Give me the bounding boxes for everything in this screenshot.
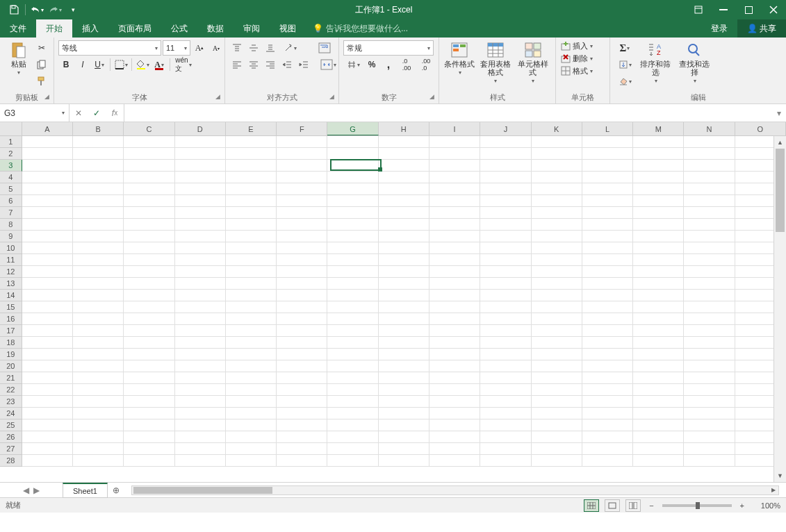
cell[interactable] bbox=[327, 290, 378, 301]
cell[interactable] bbox=[582, 254, 633, 266]
cell[interactable] bbox=[379, 372, 429, 384]
cell[interactable] bbox=[175, 396, 226, 408]
cell[interactable] bbox=[582, 431, 633, 443]
cell[interactable] bbox=[532, 172, 582, 183]
cell[interactable] bbox=[633, 337, 684, 349]
align-top-icon[interactable] bbox=[229, 40, 245, 56]
cell[interactable] bbox=[22, 242, 73, 254]
cell[interactable] bbox=[22, 419, 73, 431]
redo-icon[interactable]: ▾ bbox=[47, 1, 63, 18]
cell[interactable] bbox=[124, 313, 174, 325]
cell[interactable] bbox=[532, 136, 582, 148]
cell[interactable] bbox=[480, 172, 531, 183]
cell[interactable] bbox=[226, 136, 277, 148]
font-size-combo[interactable]: 11▾ bbox=[163, 40, 190, 56]
cell[interactable] bbox=[582, 443, 633, 455]
cell[interactable] bbox=[124, 372, 174, 384]
cell[interactable] bbox=[73, 325, 124, 337]
cell[interactable] bbox=[124, 349, 174, 360]
cell[interactable] bbox=[582, 313, 633, 325]
cell[interactable] bbox=[175, 349, 226, 360]
column-header[interactable]: G bbox=[327, 122, 378, 135]
column-header[interactable]: L bbox=[582, 122, 633, 135]
cell[interactable] bbox=[327, 384, 378, 396]
cell[interactable] bbox=[684, 183, 735, 195]
cell[interactable] bbox=[22, 231, 73, 242]
cell[interactable] bbox=[124, 455, 174, 467]
row-header[interactable]: 24 bbox=[0, 408, 22, 419]
cell[interactable] bbox=[327, 266, 378, 278]
cell[interactable] bbox=[379, 360, 429, 372]
format-painter-icon[interactable] bbox=[34, 74, 49, 89]
cell[interactable] bbox=[684, 431, 735, 443]
cell[interactable] bbox=[175, 183, 226, 195]
cell[interactable] bbox=[684, 254, 735, 266]
cell[interactable] bbox=[684, 231, 735, 242]
cell[interactable] bbox=[22, 301, 73, 313]
cell[interactable] bbox=[633, 183, 684, 195]
cell[interactable] bbox=[22, 254, 73, 266]
cell[interactable] bbox=[480, 360, 531, 372]
cell[interactable] bbox=[124, 431, 174, 443]
cell[interactable] bbox=[124, 254, 174, 266]
cell[interactable] bbox=[327, 360, 378, 372]
cell[interactable] bbox=[327, 183, 378, 195]
horizontal-scrollbar[interactable]: ◀ ▶ bbox=[131, 485, 779, 495]
cell[interactable] bbox=[684, 266, 735, 278]
cell[interactable] bbox=[22, 266, 73, 278]
cell[interactable] bbox=[226, 372, 277, 384]
cell[interactable] bbox=[582, 349, 633, 360]
cell[interactable] bbox=[684, 195, 735, 207]
cell[interactable] bbox=[327, 278, 378, 290]
decrease-decimal-icon[interactable]: .00.0 bbox=[417, 57, 435, 72]
save-icon[interactable] bbox=[6, 1, 22, 18]
cell[interactable] bbox=[226, 313, 277, 325]
accounting-format-icon[interactable]: ▾ bbox=[343, 57, 363, 72]
cell[interactable] bbox=[379, 148, 429, 160]
cell[interactable] bbox=[582, 231, 633, 242]
cell[interactable] bbox=[226, 455, 277, 467]
sheet-tab[interactable]: Sheet1 bbox=[63, 483, 108, 498]
cell[interactable] bbox=[22, 290, 73, 301]
cell[interactable] bbox=[73, 242, 124, 254]
cut-icon[interactable]: ✂ bbox=[34, 40, 49, 56]
share-button[interactable]: 👤 共享 bbox=[737, 19, 786, 38]
close-icon[interactable] bbox=[761, 0, 786, 19]
cell[interactable] bbox=[22, 313, 73, 325]
column-header[interactable]: O bbox=[735, 122, 786, 135]
cell[interactable] bbox=[582, 301, 633, 313]
cell[interactable] bbox=[429, 455, 480, 467]
cell[interactable] bbox=[582, 242, 633, 254]
cell[interactable] bbox=[124, 360, 174, 372]
cell[interactable] bbox=[429, 242, 480, 254]
cell[interactable] bbox=[582, 419, 633, 431]
cell[interactable] bbox=[327, 231, 378, 242]
minimize-icon[interactable] bbox=[711, 0, 736, 19]
cell[interactable] bbox=[226, 219, 277, 231]
row-header[interactable]: 9 bbox=[0, 231, 22, 242]
cell[interactable] bbox=[277, 455, 327, 467]
cell[interactable] bbox=[480, 148, 531, 160]
cell[interactable] bbox=[277, 195, 327, 207]
cell[interactable] bbox=[582, 160, 633, 172]
cell[interactable] bbox=[684, 408, 735, 419]
cell[interactable] bbox=[429, 136, 480, 148]
cell[interactable] bbox=[73, 183, 124, 195]
cell[interactable] bbox=[124, 408, 174, 419]
cell[interactable] bbox=[633, 443, 684, 455]
cell[interactable] bbox=[124, 290, 174, 301]
cell[interactable] bbox=[175, 148, 226, 160]
cell[interactable] bbox=[633, 372, 684, 384]
cell[interactable] bbox=[633, 360, 684, 372]
tab-layout[interactable]: 页面布局 bbox=[108, 19, 161, 38]
cell[interactable] bbox=[175, 254, 226, 266]
cell[interactable] bbox=[226, 431, 277, 443]
cell[interactable] bbox=[175, 431, 226, 443]
cell[interactable] bbox=[226, 349, 277, 360]
tab-data[interactable]: 数据 bbox=[197, 19, 234, 38]
cell[interactable] bbox=[277, 360, 327, 372]
cell[interactable] bbox=[226, 419, 277, 431]
cell[interactable] bbox=[429, 290, 480, 301]
cell[interactable] bbox=[429, 183, 480, 195]
cell[interactable] bbox=[532, 313, 582, 325]
